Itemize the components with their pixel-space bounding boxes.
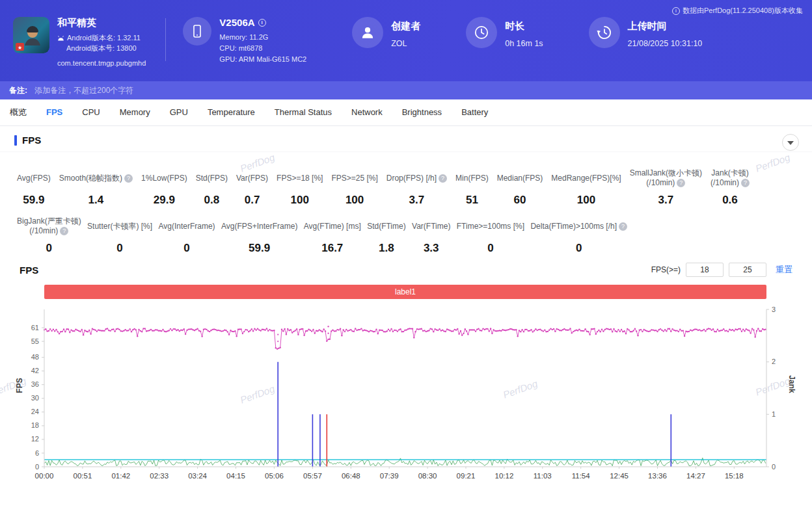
axis-tick-label: 02:33 bbox=[150, 472, 169, 480]
device-info-icon[interactable]: i bbox=[258, 19, 266, 27]
stat-item: FTime>=100ms [%]0 bbox=[457, 216, 524, 255]
fps-threshold-min-input[interactable] bbox=[686, 263, 724, 277]
stat-value: 3.7 bbox=[658, 194, 674, 207]
tab-Brightness[interactable]: Brightness bbox=[392, 99, 452, 125]
help-icon[interactable]: ? bbox=[60, 227, 68, 235]
collapse-button[interactable] bbox=[782, 134, 799, 151]
axis-tick-label: 01:42 bbox=[111, 472, 130, 480]
stat-item: SmallJank(微小卡顿)(/10min)?3.7 bbox=[630, 168, 702, 207]
stat-label: FPS>=25 [%] bbox=[331, 174, 377, 183]
help-icon[interactable]: ? bbox=[124, 174, 133, 183]
info-icon: i bbox=[672, 7, 680, 15]
creator-label: 创建者 bbox=[391, 20, 420, 33]
section-accent-bar bbox=[14, 135, 17, 146]
stat-value: 1.4 bbox=[88, 194, 104, 207]
axis-tick-label: 06:48 bbox=[342, 472, 360, 480]
upload-block: 上传时间 21/08/2025 10:31:10 bbox=[589, 17, 703, 48]
stat-item: Jank(卡顿)(/10min)?0.6 bbox=[710, 168, 750, 207]
creator-block: 创建者 ZOL bbox=[352, 17, 420, 48]
tab-Thermal Status[interactable]: Thermal Status bbox=[265, 99, 342, 125]
note-bar[interactable]: 备注: 添加备注，不超过200个字符 bbox=[0, 81, 812, 99]
tab-Memory[interactable]: Memory bbox=[110, 99, 160, 125]
note-prefix: 备注: bbox=[9, 86, 27, 95]
reset-link[interactable]: 重置 bbox=[776, 264, 792, 276]
app-version-name: Android版本名: 1.32.11 bbox=[57, 33, 146, 43]
help-icon[interactable]: ? bbox=[619, 222, 627, 231]
help-icon[interactable]: ? bbox=[439, 174, 447, 183]
app-icon: ★ bbox=[13, 17, 49, 53]
axis-tick-label: 0 bbox=[35, 463, 39, 471]
stat-value: 100 bbox=[577, 194, 595, 207]
axis-tick-label: 10:12 bbox=[495, 472, 514, 480]
help-icon[interactable]: ? bbox=[741, 179, 750, 187]
chart-title: FPS bbox=[20, 265, 38, 276]
stat-item: MedRange(FPS)[%]100 bbox=[551, 168, 621, 207]
header-divider bbox=[165, 18, 166, 61]
axis-tick-label: 48 bbox=[31, 353, 39, 361]
stat-label: (/10min)? bbox=[710, 178, 750, 188]
duration-label: 时长 bbox=[505, 20, 543, 33]
axis-tick-label: 08:30 bbox=[418, 472, 437, 480]
stats-row-2: BigJank(严重卡顿)(/10min)?0Stutter(卡顿率) [%]0… bbox=[0, 216, 812, 255]
stat-value: 59.9 bbox=[23, 194, 44, 207]
stat-item: Smooth(稳帧指数)?1.4 bbox=[59, 168, 133, 207]
device-gpu: GPU: ARM Mali-G615 MC2 bbox=[219, 54, 306, 65]
tab-Temperature[interactable]: Temperature bbox=[198, 99, 265, 125]
chart-header: FPS FPS(>=) 重置 bbox=[20, 263, 792, 277]
tab-Network[interactable]: Network bbox=[342, 99, 392, 125]
collect-info: i 数据由PerfDog(11.2.250408)版本收集 bbox=[672, 6, 803, 16]
stat-item: Drop(FPS) [/h]?3.7 bbox=[386, 168, 447, 207]
android-icon bbox=[57, 35, 64, 41]
tab-Battery[interactable]: Battery bbox=[452, 99, 498, 125]
tab-FPS[interactable]: FPS bbox=[36, 99, 72, 125]
stat-value: 59.9 bbox=[249, 242, 270, 255]
fps-chart-svg[interactable]: 06121824303642485561012300:0000:5101:420… bbox=[0, 303, 812, 486]
axis-tick-label: 42 bbox=[31, 367, 39, 374]
stat-value: 0.8 bbox=[204, 194, 220, 207]
axis-tick-label: 24 bbox=[31, 408, 39, 415]
axis-tick-label: 05:57 bbox=[303, 472, 322, 480]
axis-tick-label: 12 bbox=[31, 435, 39, 443]
axis-tick-label: 00:51 bbox=[74, 472, 92, 480]
stat-item: Std(FTime)1.8 bbox=[367, 216, 406, 255]
fps-chart[interactable]: 06121824303642485561012300:0000:5101:420… bbox=[0, 303, 812, 486]
duration-block: 时长 0h 16m 1s bbox=[466, 17, 543, 48]
axis-tick-label: 0 bbox=[772, 463, 776, 471]
stat-label: (/10min)? bbox=[29, 226, 68, 236]
tab-CPU[interactable]: CPU bbox=[72, 99, 109, 125]
stat-item: FPS>=25 [%]100 bbox=[331, 168, 377, 207]
stat-item: Stutter(卡顿率) [%]0 bbox=[87, 216, 152, 255]
stat-item: Delta(FTime)>100ms [/h]?0 bbox=[530, 216, 627, 255]
stat-item: Median(FPS)60 bbox=[497, 168, 543, 207]
person-icon bbox=[352, 17, 383, 48]
stat-item: Avg(FPS)59.9 bbox=[17, 168, 51, 207]
clock-icon bbox=[466, 17, 497, 48]
stat-value: 100 bbox=[345, 194, 364, 207]
axis-tick-label: 03:24 bbox=[188, 472, 207, 480]
axis-tick-label: 04:15 bbox=[226, 472, 245, 480]
stat-label: Avg(FPS) bbox=[17, 174, 51, 183]
stat-label: SmallJank(微小卡顿) bbox=[630, 168, 702, 178]
stat-value: 0 bbox=[183, 242, 189, 255]
axis-tick-label: 3 bbox=[772, 306, 776, 313]
stat-label: MedRange(FPS)[%] bbox=[551, 174, 621, 183]
tab-GPU[interactable]: GPU bbox=[160, 99, 198, 125]
collect-note: 数据由PerfDog(11.2.250408)版本收集 bbox=[683, 6, 803, 16]
axis-tick-label: 00:00 bbox=[35, 472, 54, 480]
svg-text:★: ★ bbox=[18, 45, 22, 51]
fps-threshold-max-input[interactable] bbox=[729, 263, 766, 277]
stat-value: 3.3 bbox=[424, 242, 439, 255]
stat-item: Var(FPS)0.7 bbox=[236, 168, 268, 207]
stat-label: Avg(FPS+InterFrame) bbox=[221, 222, 297, 231]
stat-value: 3.7 bbox=[409, 194, 425, 207]
tab-概览[interactable]: 概览 bbox=[0, 99, 36, 125]
history-clock-icon bbox=[589, 17, 620, 48]
phone-icon bbox=[183, 17, 211, 46]
help-icon[interactable]: ? bbox=[677, 179, 685, 187]
axis-tick-label: 13:36 bbox=[648, 472, 667, 480]
axis-tick-label: 18 bbox=[31, 421, 39, 429]
stat-item: Var(FTime)3.3 bbox=[412, 216, 450, 255]
axis-tick-label: 55 bbox=[31, 337, 39, 345]
app-package: com.tencent.tmgp.pubgmhd bbox=[57, 58, 146, 68]
axis-tick-label: 09:21 bbox=[457, 472, 476, 480]
